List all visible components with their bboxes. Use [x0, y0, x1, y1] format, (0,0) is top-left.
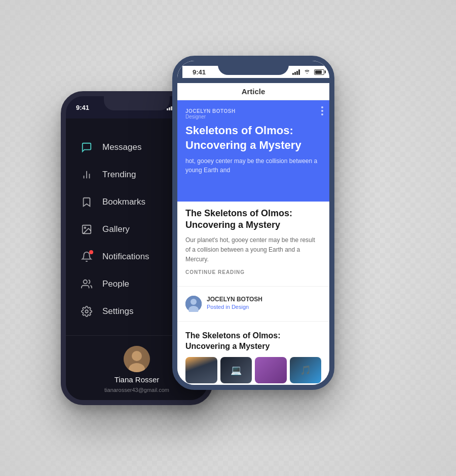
messages-label: Messages [102, 142, 141, 152]
related-img-music[interactable]: 🎵 [290, 357, 322, 383]
avatar [124, 346, 150, 372]
article-content: Article JOCELYN BOTOSH Designer Skeleton… [177, 83, 329, 385]
hero-author-name: JOCELYN BOTOSH [185, 108, 321, 114]
divider [177, 286, 329, 287]
svg-point-8 [132, 351, 142, 361]
settings-label: Settings [102, 306, 133, 316]
trending-icon [81, 169, 92, 180]
related-title: The Skeletons of Olmos: Uncovering a Mys… [185, 331, 321, 352]
gallery-icon [81, 224, 92, 235]
user-name: Tiana Rosser [115, 375, 160, 384]
left-phone-notch [104, 96, 170, 110]
right-status-icons [292, 68, 324, 76]
related-img-city[interactable] [185, 357, 217, 383]
article-hero: JOCELYN BOTOSH Designer Skeletons of Olm… [177, 100, 329, 202]
trending-label: Trending [102, 170, 136, 180]
svg-point-4 [84, 227, 86, 228]
bookmarks-label: Bookmarks [102, 197, 145, 207]
article-header-bar: Article [177, 83, 329, 100]
right-signal-bars [292, 69, 300, 75]
article-excerpt: Our planet's hot, gooey center may be th… [185, 235, 321, 265]
article-header-title: Article [242, 87, 265, 96]
comment-avatar [185, 296, 202, 312]
article-main-title: The Skeletons of Olmos: Uncovering a Mys… [185, 208, 321, 231]
user-email: tianarosser43@gmail.com [104, 387, 169, 393]
comment-section: JOCELYN BOTOSH Posted in Design [177, 292, 329, 316]
continue-reading-button[interactable]: CONTINUE READING [185, 269, 321, 275]
gallery-label: Gallery [102, 224, 130, 234]
article-main-content: The Skeletons of Olmos: Uncovering a Mys… [177, 202, 329, 281]
people-label: People [102, 279, 129, 289]
svg-point-6 [85, 310, 88, 313]
left-status-time: 9:41 [76, 104, 89, 111]
notifications-label: Notifications [102, 252, 149, 262]
related-images: 💻 🎵 [185, 357, 321, 383]
comment-author: JOCELYN BOTOSH [207, 296, 321, 303]
people-icon [81, 279, 92, 290]
phone-right: 9:41 [172, 56, 334, 390]
comment-body: JOCELYN BOTOSH Posted in Design [207, 296, 321, 310]
dots-menu[interactable] [321, 106, 323, 115]
hero-author-role: Designer [185, 114, 321, 120]
notification-dot [89, 250, 93, 254]
right-status-time: 9:41 [193, 68, 206, 76]
related-img-laptop[interactable]: 💻 [220, 357, 252, 383]
phones-container: 9:41 [51, 30, 405, 446]
hero-excerpt: hot, gooey center may be the collision b… [185, 156, 321, 175]
settings-icon [81, 306, 92, 317]
related-article: The Skeletons of Olmos: Uncovering a Mys… [177, 327, 329, 385]
right-phone-notch [218, 61, 289, 75]
related-img-person[interactable] [255, 357, 287, 383]
hero-title: Skeletons of Olmos: Uncovering a Mystery [185, 124, 321, 152]
right-battery-icon [314, 69, 324, 75]
bookmark-icon [81, 196, 92, 208]
article-body: The Skeletons of Olmos: Uncovering a Mys… [177, 202, 329, 385]
svg-point-11 [191, 299, 197, 305]
divider-2 [177, 321, 329, 322]
comment-link[interactable]: Posted in Design [207, 304, 321, 310]
message-icon [81, 142, 92, 153]
svg-point-5 [84, 280, 87, 284]
right-wifi-icon [303, 68, 311, 76]
notifications-icon-wrapper [81, 251, 92, 262]
